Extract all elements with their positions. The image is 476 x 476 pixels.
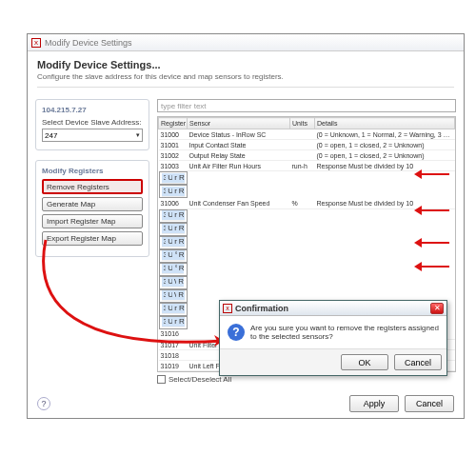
- table-cell: Response Must be divided by 10: [177, 250, 185, 261]
- dialog-message: Are you sure you want to remove the regi…: [250, 324, 439, 341]
- table-cell: Response Must be divided by 10: [177, 237, 185, 248]
- register-panel-title: Modify Registers: [42, 167, 143, 175]
- col-sensor[interactable]: Sensor: [188, 118, 290, 129]
- annotation-arrow: [409, 206, 449, 215]
- table-cell: Unit Condensate Pump R...: [166, 187, 172, 197]
- table-cell: Output Relay State: [188, 150, 290, 161]
- cancel-button[interactable]: Cancel: [405, 395, 454, 412]
- table-row[interactable]: 31013Unit Cooling OutputWResponse Must b…: [159, 289, 188, 303]
- table-row[interactable]: 31001Input Contact State(0 = open, 1 = c…: [159, 140, 455, 150]
- table-cell: (0 = open, 1 = closed, 2 = Unknown): [315, 150, 455, 161]
- table-cell: 31016: [159, 329, 188, 340]
- table-cell: 31003: [159, 161, 188, 171]
- col-register[interactable]: Register: [159, 118, 188, 129]
- chevron-down-icon: ▾: [136, 131, 140, 139]
- table-cell: Response Must be divided by 10: [177, 187, 185, 197]
- help-icon[interactable]: ?: [37, 397, 50, 410]
- table-cell: Unit Condenser Fan Speed: [188, 198, 290, 208]
- table-cell: Unit Evaporator Fan2 Ru...: [166, 224, 172, 234]
- remove-registers-button[interactable]: Remove Registers: [42, 179, 143, 194]
- table-cell: Unit Condenser Inlet Air Te...: [166, 250, 172, 261]
- table-cell: 31019: [159, 361, 188, 371]
- dialog-cancel-button[interactable]: Cancel: [394, 354, 442, 370]
- export-register-map-button[interactable]: Export Register Map: [42, 231, 143, 246]
- close-icon[interactable]: ✕: [430, 303, 444, 314]
- table-row[interactable]: 31015Unit Evaporator Fan2 Run ...run-hRe…: [159, 316, 188, 329]
- table-cell: 31002: [159, 150, 188, 161]
- table-cell: %: [290, 198, 315, 208]
- filter-input[interactable]: type filter text: [157, 99, 456, 112]
- window-titlebar[interactable]: x Modify Device Settings: [28, 34, 464, 51]
- table-cell: 31018: [159, 350, 188, 361]
- table-cell: Unit Evaporator Fan2 Run ...: [166, 317, 172, 327]
- modify-registers-panel: Modify Registers Remove Registers Genera…: [35, 160, 149, 257]
- table-cell: Response Must be divided by 10: [176, 290, 184, 301]
- annotation-arrow: [409, 262, 449, 271]
- annotation-arrow: [409, 169, 449, 179]
- confirmation-dialog: x Confirmation ✕ ? Are you sure you want…: [219, 300, 447, 376]
- table-row[interactable]: 31011Unit Condenser Outlet Air ...° FRes…: [159, 263, 188, 276]
- dialog-icon: x: [223, 304, 232, 313]
- col-units[interactable]: Units: [290, 118, 315, 129]
- apply-button[interactable]: Apply: [349, 395, 399, 412]
- table-cell: Response Must be divided by 10: [176, 277, 184, 288]
- table-row[interactable]: 31000Device Status - InRow SC(0 = Unknow…: [159, 129, 455, 140]
- table-cell: Input Contact State: [188, 140, 290, 150]
- table-row[interactable]: 31002Output Relay State(0 = open, 1 = cl…: [159, 150, 455, 161]
- table-cell: 31001: [159, 140, 188, 150]
- table-cell: Response Must be divided by 10: [177, 224, 185, 234]
- annotation-arrow: [409, 238, 449, 248]
- table-cell: 31006: [159, 198, 188, 208]
- select-all-label: Select/Deselect All: [169, 375, 231, 384]
- table-cell: Response Must be divided by 10: [177, 317, 185, 327]
- app-icon: x: [31, 38, 41, 48]
- generate-map-button[interactable]: Generate Map: [42, 197, 143, 211]
- table-cell: Response Must be divided by 10: [177, 264, 185, 274]
- import-register-map-button[interactable]: Import Register Map: [42, 214, 143, 228]
- question-icon: ?: [228, 324, 245, 341]
- table-cell: Device Status - InRow SC: [188, 129, 290, 140]
- table-row[interactable]: 31005Unit Condensate Pump R...run-hRespo…: [159, 185, 188, 198]
- table-row[interactable]: 31004Unit Compressor Run Hoursrun-hRespo…: [159, 171, 188, 185]
- table-row[interactable]: 31012Unit Cooling DemandWResponse Must b…: [159, 276, 188, 289]
- table-row[interactable]: 31008Unit Evaporator Fan2 Ru...run-hResp…: [159, 223, 188, 236]
- table-row[interactable]: 31014Unit Evaporator Fan1 Run ...run-hRe…: [159, 303, 188, 316]
- table-cell: (0 = Unknown, 1 = Normal, 2 = Warning, 3…: [315, 129, 455, 140]
- table-cell: Unit Cooling Output: [166, 290, 172, 301]
- select-all-checkbox[interactable]: Select/Deselect All: [157, 375, 456, 384]
- slave-address-value: 247: [45, 131, 57, 140]
- table-cell: Response Must be divided by 10: [177, 210, 185, 221]
- table-cell: Unit Evaporator Fan1 Ru...: [166, 210, 172, 221]
- table-cell: [290, 140, 315, 150]
- table-row[interactable]: 31009Unit Evaporator Fan3 Ru...run-hResp…: [159, 236, 188, 249]
- page-title: Modify Device Settings...: [37, 59, 454, 70]
- table-cell: (0 = open, 1 = closed, 2 = Unknown): [315, 140, 455, 150]
- table-row[interactable]: 31010Unit Condenser Inlet Air Te...° FRe…: [159, 249, 188, 263]
- table-cell: Unit Evaporator Fan1 Run ...: [166, 304, 172, 314]
- table-cell: run-h: [290, 161, 315, 171]
- table-cell: [290, 129, 315, 140]
- table-cell: Unit Cooling Demand: [166, 277, 172, 288]
- slave-address-label: Select Device Slave Address:: [42, 118, 143, 127]
- table-row[interactable]: 31007Unit Evaporator Fan1 Ru...run-hResp…: [159, 209, 188, 223]
- dialog-titlebar[interactable]: x Confirmation ✕: [220, 301, 446, 316]
- table-cell: Response Must be divided by 10: [177, 173, 185, 184]
- header: Modify Device Settings... Configure the …: [28, 51, 464, 93]
- table-cell: Unit Condenser Outlet Air ...: [166, 264, 172, 274]
- dialog-ok-button[interactable]: OK: [341, 354, 388, 370]
- slave-panel-title: 104.215.7.27: [42, 106, 143, 114]
- window-title: Modify Device Settings: [45, 38, 132, 48]
- slave-address-panel: 104.215.7.27 Select Device Slave Address…: [35, 99, 149, 150]
- table-cell: Response Must be divided by 10: [177, 304, 185, 314]
- dialog-title: Confirmation: [235, 304, 288, 313]
- col-details[interactable]: Details: [315, 118, 455, 129]
- table-cell: Unit Evaporator Fan3 Ru...: [166, 237, 172, 248]
- page-subtitle: Configure the slave address for this dev…: [37, 72, 454, 81]
- table-cell: 31000: [159, 129, 188, 140]
- table-cell: [290, 150, 315, 161]
- table-cell: Unit Compressor Run Hours: [166, 173, 172, 184]
- checkbox-icon: [157, 375, 166, 384]
- table-cell: Unit Air Filter Run Hours: [188, 161, 290, 171]
- table-cell: 31017: [159, 340, 188, 350]
- slave-address-select[interactable]: 247 ▾: [42, 129, 143, 142]
